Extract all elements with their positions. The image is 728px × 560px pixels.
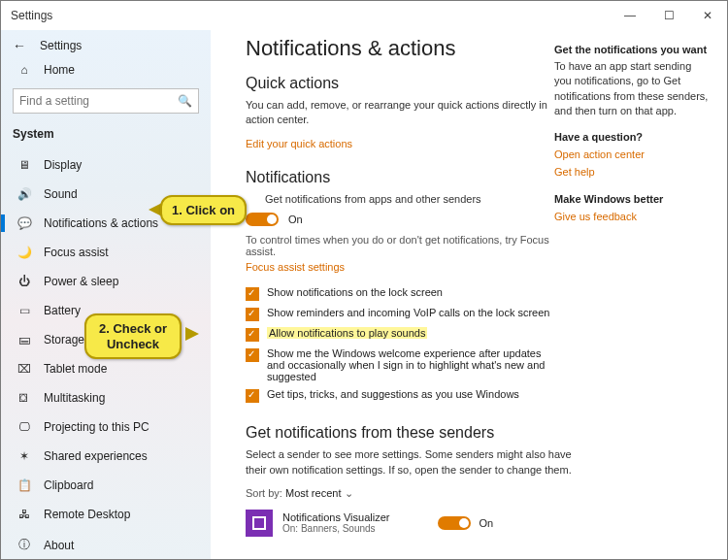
checkbox-icon[interactable] bbox=[246, 328, 259, 342]
system-heading: System bbox=[13, 127, 199, 141]
home-label: Home bbox=[44, 63, 75, 77]
callout-click-on: 1. Click on bbox=[160, 195, 247, 225]
checkbox-icon[interactable] bbox=[246, 308, 259, 321]
senders-body: Select a sender to see more settings. So… bbox=[246, 447, 595, 478]
right-column: Get the notifications you want To have a… bbox=[554, 36, 710, 228]
sidebar: ← Settings ⌂ Home 🔍 System 🖥Display 🔊Sou… bbox=[1, 30, 211, 559]
about-icon: ⓘ bbox=[17, 537, 32, 553]
check-lock-screen[interactable]: Show notifications on the lock screen bbox=[246, 286, 708, 301]
quick-actions-body: You can add, remove, or rearrange your q… bbox=[246, 98, 556, 128]
sidebar-item-clipboard[interactable]: 📋Clipboard bbox=[13, 471, 199, 500]
link-feedback[interactable]: Give us feedback bbox=[554, 211, 710, 222]
multitasking-icon: ⛋ bbox=[17, 391, 32, 405]
tablet-icon: ⌧ bbox=[17, 362, 32, 376]
link-focus-assist[interactable]: Focus assist settings bbox=[246, 261, 345, 273]
chevron-down-icon: ⌄ bbox=[345, 487, 353, 499]
check-welcome[interactable]: Show me the Windows welcome experience a… bbox=[246, 347, 708, 382]
sidebar-item-display[interactable]: 🖥Display bbox=[13, 150, 199, 180]
link-get-help[interactable]: Get help bbox=[554, 166, 710, 178]
sound-icon: 🔊 bbox=[17, 187, 32, 201]
focus-icon: 🌙 bbox=[17, 246, 32, 259]
toggle-sender[interactable] bbox=[438, 516, 471, 530]
checkbox-icon[interactable] bbox=[246, 348, 259, 362]
projecting-icon: 🖵 bbox=[17, 420, 32, 434]
window-title: Settings bbox=[11, 9, 611, 22]
sidebar-item-about[interactable]: ⓘAbout bbox=[13, 529, 199, 559]
back-icon[interactable]: ← bbox=[13, 38, 26, 53]
sidebar-item-multitasking[interactable]: ⛋Multitasking bbox=[13, 383, 199, 412]
sender-sub: On: Banners, Sounds bbox=[282, 523, 389, 534]
storage-icon: 🖴 bbox=[17, 333, 32, 346]
minimize-button[interactable]: — bbox=[611, 1, 649, 30]
right-heading-2: Have a question? bbox=[554, 131, 710, 143]
check-voip[interactable]: Show reminders and incoming VoIP calls o… bbox=[246, 307, 708, 321]
main-content: Get the notifications you want To have a… bbox=[211, 30, 727, 559]
focus-assist-hint: To control times when you do or don't ge… bbox=[246, 234, 576, 257]
right-heading-3: Make Windows better bbox=[554, 193, 710, 205]
right-body-1: To have an app start sending you notific… bbox=[554, 59, 710, 119]
link-open-action-center[interactable]: Open action center bbox=[554, 148, 710, 160]
settings-label: Settings bbox=[40, 39, 82, 52]
get-notifications-label: Get notifications from apps and other se… bbox=[265, 192, 576, 207]
sender-name: Notifications Visualizer bbox=[282, 511, 389, 523]
check-play-sounds[interactable]: Allow notifications to play sounds bbox=[246, 327, 708, 342]
shared-icon: ✶ bbox=[17, 449, 32, 463]
remote-icon: 🖧 bbox=[17, 508, 32, 521]
sender-row[interactable]: Notifications Visualizer On: Banners, So… bbox=[246, 510, 708, 537]
right-heading-1: Get the notifications you want bbox=[554, 44, 710, 55]
clipboard-icon: 📋 bbox=[17, 478, 32, 492]
link-edit-quick-actions[interactable]: Edit your quick actions bbox=[246, 138, 352, 149]
sidebar-item-shared[interactable]: ✶Shared experiences bbox=[13, 442, 199, 471]
sidebar-item-remote[interactable]: 🖧Remote Desktop bbox=[13, 500, 199, 529]
senders-heading: Get notifications from these senders bbox=[246, 424, 708, 442]
titlebar: Settings — ☐ ✕ bbox=[1, 1, 727, 30]
maximize-button[interactable]: ☐ bbox=[649, 1, 688, 30]
battery-icon: ▭ bbox=[17, 304, 32, 317]
sender-app-icon bbox=[246, 510, 273, 537]
callout-check-uncheck: 2. Check or Uncheck bbox=[84, 313, 182, 359]
sidebar-item-projecting[interactable]: 🖵Projecting to this PC bbox=[13, 412, 199, 442]
callout-arrow-icon bbox=[185, 327, 199, 341]
sidebar-home[interactable]: ⌂ Home bbox=[17, 63, 199, 77]
checkbox-icon[interactable] bbox=[246, 389, 259, 403]
sortby-dropdown[interactable]: Sort by: Most recent ⌄ bbox=[246, 487, 708, 500]
search-input[interactable]: 🔍 bbox=[13, 88, 199, 114]
notifications-icon: 💬 bbox=[17, 216, 32, 230]
home-icon: ⌂ bbox=[17, 63, 32, 77]
search-field[interactable] bbox=[19, 94, 178, 108]
checkbox-icon[interactable] bbox=[246, 287, 259, 301]
toggle-get-notifications[interactable] bbox=[246, 213, 279, 226]
toggle-state-label: On bbox=[288, 214, 303, 225]
sidebar-item-power[interactable]: ⏻Power & sleep bbox=[13, 267, 199, 296]
search-icon: 🔍 bbox=[178, 94, 192, 108]
sidebar-item-focus-assist[interactable]: 🌙Focus assist bbox=[13, 238, 199, 267]
check-tips[interactable]: Get tips, tricks, and suggestions as you… bbox=[246, 388, 708, 403]
display-icon: 🖥 bbox=[17, 158, 32, 172]
close-button[interactable]: ✕ bbox=[688, 1, 727, 30]
power-icon: ⏻ bbox=[17, 275, 32, 288]
